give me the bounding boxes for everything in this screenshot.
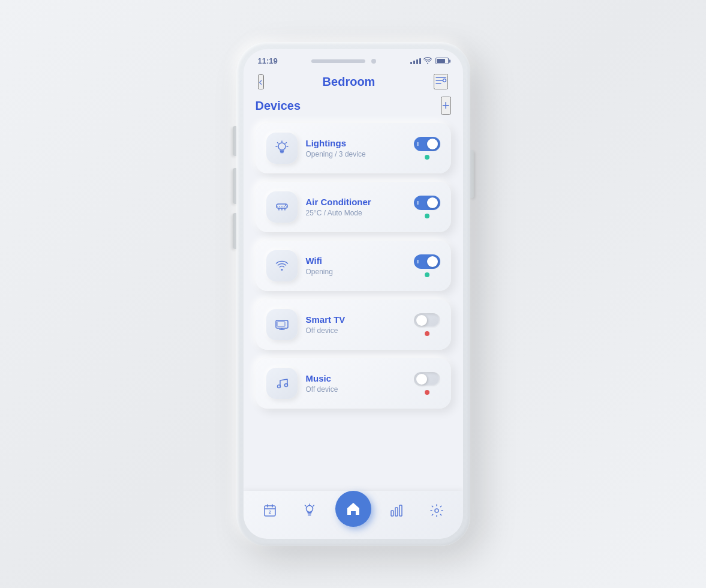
nav-calendar[interactable]: 2 — [256, 501, 284, 523]
wifi-name: Wifi — [306, 256, 405, 266]
silent-button[interactable] — [233, 126, 236, 156]
bottom-nav: 2 — [244, 491, 463, 539]
ac-status-dot — [425, 214, 429, 218]
device-card-tv[interactable]: Smart TV Off device — [256, 299, 451, 350]
svg-line-26 — [305, 505, 307, 506]
bulb-icon — [274, 140, 290, 156]
wifi-device-icon — [274, 258, 290, 274]
filter-button[interactable] — [434, 74, 448, 89]
lightings-info: Lightings Opening / 3 device — [306, 138, 405, 158]
music-status-dot — [425, 390, 429, 395]
music-status: Off device — [306, 385, 405, 394]
add-device-button[interactable]: + — [441, 97, 451, 115]
tv-status: Off device — [306, 326, 405, 335]
wifi-status: Opening — [306, 268, 405, 276]
tv-controls — [414, 313, 440, 336]
phone-shell: 11:19 — [236, 42, 470, 546]
lightings-controls: I — [414, 137, 440, 160]
svg-point-31 — [435, 509, 438, 512]
svg-point-24 — [307, 506, 313, 512]
lightings-status-dot — [425, 155, 429, 160]
phone-screen: 11:19 — [244, 49, 463, 539]
svg-rect-30 — [399, 505, 402, 516]
svg-rect-28 — [391, 511, 393, 516]
volume-up-button[interactable] — [233, 168, 236, 204]
calendar-icon: 2 — [263, 503, 277, 520]
battery-icon — [435, 58, 449, 64]
volume-down-button[interactable] — [233, 213, 236, 249]
music-name: Music — [306, 373, 405, 383]
tv-status-dot — [425, 331, 429, 336]
svg-point-18 — [284, 384, 287, 387]
wifi-icon-wrap — [266, 250, 298, 281]
music-info: Music Off device — [306, 373, 405, 394]
music-icon — [274, 376, 290, 391]
wifi-toggle[interactable]: I — [414, 254, 440, 269]
devices-title: Devices — [256, 99, 301, 113]
home-icon — [345, 500, 362, 517]
device-card-wifi[interactable]: Wifi Opening I — [256, 241, 451, 291]
nav-chart[interactable] — [382, 501, 411, 523]
svg-point-17 — [277, 385, 280, 388]
nav-bulb[interactable] — [295, 501, 324, 523]
chart-icon — [389, 503, 404, 520]
tv-icon-wrap — [266, 309, 298, 340]
wifi-controls: I — [414, 254, 440, 277]
device-card-music[interactable]: Music Off device — [256, 358, 451, 409]
lightings-icon-wrap — [266, 133, 298, 164]
svg-rect-29 — [395, 508, 398, 516]
svg-line-6 — [277, 143, 278, 144]
ac-icon — [274, 199, 290, 215]
tv-icon — [274, 317, 290, 332]
wifi-status-icon — [423, 57, 432, 65]
devices-header: Devices + — [256, 97, 451, 115]
music-controls — [414, 372, 440, 395]
settings-icon — [429, 503, 444, 520]
status-bar: 11:19 — [244, 49, 463, 69]
svg-line-7 — [286, 143, 287, 144]
nav-bulb-icon — [302, 503, 317, 520]
power-button[interactable] — [470, 150, 474, 198]
wifi-status-dot — [425, 272, 429, 277]
header-nav: ‹ Bedroom — [244, 69, 463, 97]
tv-info: Smart TV Off device — [306, 314, 405, 335]
svg-point-12 — [285, 205, 286, 206]
nav-home-button[interactable] — [335, 491, 371, 527]
device-card-lightings[interactable]: Lightings Opening / 3 device I — [256, 123, 451, 173]
svg-point-4 — [278, 143, 286, 150]
svg-text:2: 2 — [269, 510, 271, 514]
wifi-info: Wifi Opening — [306, 256, 405, 276]
ac-info: Air Conditioner 25°C / Auto Mode — [306, 197, 405, 217]
ac-status: 25°C / Auto Mode — [306, 209, 405, 217]
device-card-ac[interactable]: Air Conditioner 25°C / Auto Mode I — [256, 182, 451, 232]
lightings-toggle[interactable]: I — [414, 137, 440, 151]
lightings-name: Lightings — [306, 138, 405, 148]
ac-toggle[interactable]: I — [414, 196, 440, 210]
status-center — [311, 59, 376, 64]
svg-rect-16 — [277, 322, 285, 326]
tv-name: Smart TV — [306, 314, 405, 325]
status-icons — [410, 57, 449, 65]
music-icon-wrap — [266, 368, 298, 399]
status-camera — [371, 59, 376, 64]
nav-settings[interactable] — [422, 501, 451, 523]
status-time: 11:19 — [258, 56, 278, 65]
svg-point-3 — [443, 79, 446, 82]
ac-name: Air Conditioner — [306, 197, 405, 207]
status-notch — [311, 59, 365, 63]
ac-icon-wrap — [266, 191, 298, 223]
svg-line-27 — [313, 505, 314, 506]
ac-controls: I — [414, 196, 440, 218]
tv-toggle[interactable] — [414, 313, 440, 328]
back-button[interactable]: ‹ — [258, 74, 264, 89]
lightings-status: Opening / 3 device — [306, 150, 405, 158]
content-area: Devices + Lightings — [244, 97, 463, 491]
signal-icon — [410, 58, 421, 64]
music-toggle[interactable] — [414, 372, 440, 386]
page-title: Bedroom — [323, 75, 375, 89]
